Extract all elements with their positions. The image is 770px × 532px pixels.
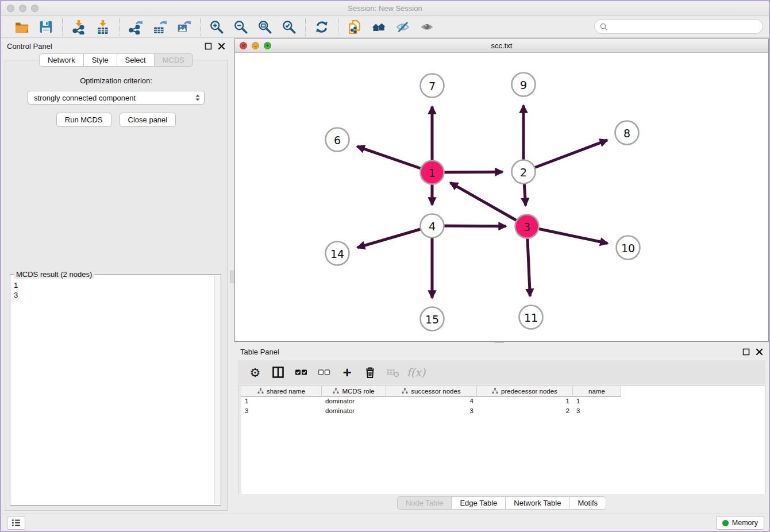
graph-edge-2-8[interactable] <box>523 140 607 172</box>
table-cell[interactable]: 4 <box>386 397 477 407</box>
network-maximize-button[interactable]: + <box>264 42 271 49</box>
network-window-title: scc.txt <box>235 39 768 53</box>
column-header-shared-name[interactable]: shared name <box>241 386 322 396</box>
maximize-window-button[interactable] <box>31 5 38 12</box>
tab-network-table[interactable]: Network Table <box>505 496 569 510</box>
table-cell[interactable]: 2 <box>477 407 573 417</box>
graph-node-label-1: 1 <box>429 167 436 179</box>
graph-node-label-8: 8 <box>623 127 630 140</box>
import-network-icon[interactable] <box>68 18 89 36</box>
window-traffic-lights <box>7 5 38 12</box>
export-image-icon[interactable] <box>174 18 194 36</box>
network-close-button[interactable]: ✕ <box>240 42 247 49</box>
close-table-panel-icon[interactable] <box>756 348 763 356</box>
zoom-in-icon[interactable] <box>206 18 227 36</box>
home-icon[interactable] <box>368 18 389 36</box>
search-box[interactable] <box>594 19 763 34</box>
run-mcds-button[interactable]: Run MCDS <box>56 113 111 127</box>
graph-node-label-4: 4 <box>429 220 436 233</box>
add-row-icon[interactable]: + <box>337 363 357 382</box>
table-cell[interactable]: 1 <box>477 397 573 407</box>
search-input[interactable] <box>608 22 763 31</box>
tab-node-table[interactable]: Node Table <box>397 496 452 510</box>
result-line: 1 <box>14 280 218 290</box>
toolbar-group <box>63 18 119 36</box>
table-header-row: shared nameMCDS rolesuccessor nodesprede… <box>241 386 621 397</box>
open-folder-icon[interactable] <box>11 18 32 36</box>
zoom-out-icon[interactable] <box>230 18 251 36</box>
table-cell[interactable]: 3 <box>573 407 621 417</box>
network-window-controls: ✕ – + <box>240 42 271 49</box>
table-cell[interactable]: dominator <box>322 397 386 407</box>
graph-node-label-3: 3 <box>523 221 530 233</box>
network-view-window: ✕ – + scc.txt 7968124314101511 <box>234 38 769 342</box>
close-panel-icon[interactable] <box>218 43 225 50</box>
table-cell[interactable]: 3 <box>241 407 322 417</box>
graph-node-label-9: 9 <box>520 79 527 91</box>
result-scrollbar[interactable] <box>214 276 221 504</box>
float-panel-icon[interactable] <box>205 43 212 50</box>
mcds-result-lines: 13 <box>10 275 221 302</box>
tab-mcds[interactable]: MCDS <box>154 53 193 67</box>
hide-eye-icon[interactable] <box>392 18 413 36</box>
control-panel: Control Panel NetworkStyleSelectMCDS Opt… <box>1 38 231 516</box>
graph-node-label-7: 7 <box>429 80 436 92</box>
column-header-label: successor nodes <box>411 388 460 395</box>
list-icon <box>11 518 21 528</box>
toolbar-groups <box>6 18 443 36</box>
table-cell[interactable]: 1 <box>241 397 322 407</box>
network-minimize-button[interactable]: – <box>252 42 259 49</box>
window-title: Session: New Session <box>1 1 769 16</box>
tab-network[interactable]: Network <box>39 53 83 67</box>
optimization-criterion-dropdown[interactable]: strongly connected component <box>28 91 205 105</box>
select-all-icon[interactable] <box>291 363 311 382</box>
zoom-fit-icon[interactable] <box>255 18 275 36</box>
mcds-result-box: MCDS result (2 nodes) 13 <box>10 274 221 506</box>
save-icon[interactable] <box>36 18 56 36</box>
control-panel-tabs: NetworkStyleSelectMCDS <box>1 53 231 67</box>
close-window-button[interactable] <box>7 5 14 12</box>
network-file-icon[interactable] <box>344 18 365 36</box>
memory-button[interactable]: Memory <box>716 516 764 530</box>
table-cell[interactable]: 3 <box>386 407 477 417</box>
main-toolbar <box>1 16 769 38</box>
export-network-icon[interactable] <box>125 18 146 36</box>
mcds-result-title: MCDS result (2 nodes) <box>14 270 94 279</box>
graph-node-label-6: 6 <box>334 134 341 147</box>
column-header-successor-nodes[interactable]: successor nodes <box>386 386 477 396</box>
minimize-window-button[interactable] <box>19 5 26 12</box>
refresh-icon[interactable] <box>311 18 332 36</box>
table-cell[interactable]: dominator <box>322 407 386 417</box>
window-titlebar: Session: New Session <box>1 1 769 16</box>
settings-gear-icon[interactable]: ⚙ <box>245 363 265 382</box>
column-header-name[interactable]: name <box>573 386 621 396</box>
table-body: 1dominator4113dominator323 <box>241 397 621 417</box>
tab-select[interactable]: Select <box>117 53 154 67</box>
import-table-icon[interactable] <box>93 18 113 36</box>
column-header-predecessor-nodes[interactable]: predecessor nodes <box>477 386 573 396</box>
columns-icon[interactable] <box>268 363 288 382</box>
show-eye-icon[interactable] <box>417 18 437 36</box>
graph-edge-3-1[interactable] <box>451 183 527 226</box>
table-row[interactable]: 3dominator323 <box>241 407 621 417</box>
network-window-titlebar[interactable]: ✕ – + scc.txt <box>235 39 768 53</box>
search-icon <box>599 22 608 31</box>
table-row[interactable]: 1dominator411 <box>241 397 621 407</box>
deselect-all-icon[interactable] <box>314 363 334 382</box>
task-history-button[interactable] <box>7 516 25 530</box>
delete-row-icon[interactable] <box>360 363 380 382</box>
main-region: Control Panel NetworkStyleSelectMCDS Opt… <box>1 38 769 516</box>
float-table-panel-icon[interactable] <box>742 348 750 356</box>
mcds-tab-content: Optimization criterion: strongly connect… <box>5 60 228 511</box>
table-cell[interactable]: 1 <box>573 397 621 407</box>
network-canvas[interactable]: 7968124314101511 <box>235 53 768 341</box>
zoom-selected-icon[interactable] <box>279 18 299 36</box>
tab-style[interactable]: Style <box>83 53 117 67</box>
close-panel-button[interactable]: Close panel <box>120 113 176 127</box>
tab-edge-table[interactable]: Edge Table <box>451 496 505 510</box>
app-window: Session: New Session Control Panel Netwo… <box>1 1 769 531</box>
tab-motifs[interactable]: Motifs <box>569 496 606 510</box>
column-header-mcds-role[interactable]: MCDS role <box>322 386 386 396</box>
status-bar: Memory <box>1 514 769 531</box>
export-table-icon[interactable] <box>149 18 170 36</box>
